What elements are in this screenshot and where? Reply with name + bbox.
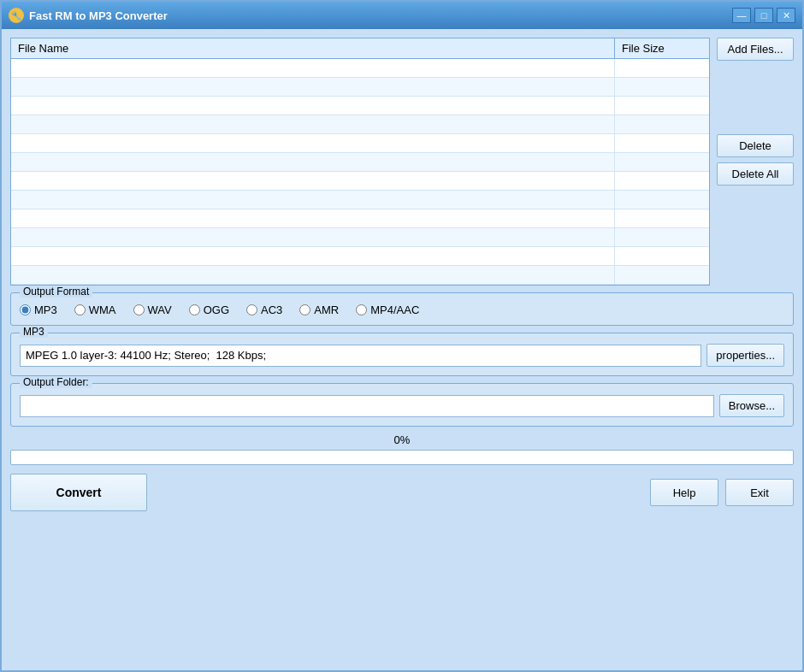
- radio-ac3[interactable]: [246, 304, 257, 315]
- table-row[interactable]: [11, 172, 709, 191]
- progress-percent-label: 0%: [394, 433, 411, 446]
- progress-section: 0%: [10, 433, 794, 465]
- format-ac3[interactable]: AC3: [246, 304, 282, 316]
- file-list-header: File Name File Size: [11, 38, 709, 59]
- table-row[interactable]: [11, 97, 709, 115]
- maximize-button[interactable]: □: [754, 8, 773, 23]
- format-ogg[interactable]: OGG: [189, 304, 229, 316]
- main-window: 🔧 Fast RM to MP3 Converter — □ ✕ File Na…: [0, 0, 804, 672]
- table-row[interactable]: [11, 134, 709, 153]
- column-filesize: File Size: [615, 38, 709, 58]
- table-row[interactable]: [11, 247, 709, 266]
- radio-amr[interactable]: [299, 304, 310, 315]
- table-row[interactable]: [11, 78, 709, 97]
- delete-button[interactable]: Delete: [717, 134, 794, 157]
- table-row[interactable]: [11, 191, 709, 209]
- title-bar: 🔧 Fast RM to MP3 Converter — □ ✕: [2, 2, 802, 29]
- mp3-group: MP3 properties...: [10, 333, 794, 376]
- format-mp4aac[interactable]: MP4/AAC: [356, 304, 419, 316]
- browse-button[interactable]: Browse...: [719, 394, 784, 417]
- main-content: File Name File Size: [2, 29, 802, 670]
- table-row[interactable]: [11, 153, 709, 172]
- help-button[interactable]: Help: [650, 479, 718, 506]
- radio-mp4aac[interactable]: [356, 304, 367, 315]
- mp3-info-field: [20, 345, 701, 367]
- table-row[interactable]: [11, 59, 709, 78]
- convert-button[interactable]: Convert: [10, 474, 147, 511]
- radio-wav[interactable]: [133, 304, 145, 315]
- add-files-button[interactable]: Add Files...: [717, 38, 794, 61]
- exit-button[interactable]: Exit: [725, 479, 794, 506]
- format-amr[interactable]: AMR: [299, 304, 339, 316]
- file-section: File Name File Size: [10, 38, 794, 286]
- minimize-button[interactable]: —: [732, 8, 751, 23]
- window-controls: — □ ✕: [732, 8, 795, 23]
- output-folder-group: Output Folder: Browse...: [10, 383, 794, 427]
- window-title: Fast RM to MP3 Converter: [29, 9, 732, 22]
- file-list: File Name File Size: [10, 38, 710, 286]
- table-row[interactable]: [11, 266, 709, 285]
- format-options-row: MP3 WMA WAV OGG AC3 AMR MP: [20, 304, 784, 316]
- format-wma[interactable]: WMA: [74, 304, 116, 316]
- file-rows[interactable]: [11, 59, 709, 285]
- radio-mp3[interactable]: [20, 304, 31, 315]
- mp3-label: MP3: [20, 326, 48, 338]
- output-format-label: Output Format: [20, 286, 92, 298]
- folder-row: Browse...: [20, 394, 784, 417]
- radio-ogg[interactable]: [189, 304, 200, 315]
- file-buttons: Add Files... Delete Delete All: [717, 38, 794, 286]
- radio-wma[interactable]: [74, 304, 86, 315]
- output-format-group: Output Format MP3 WMA WAV OGG AC3: [10, 292, 794, 326]
- column-filename: File Name: [11, 38, 615, 58]
- table-row[interactable]: [11, 228, 709, 247]
- format-wav[interactable]: WAV: [133, 304, 172, 316]
- mp3-row: properties...: [20, 344, 784, 367]
- bottom-row: Convert Help Exit: [10, 474, 794, 511]
- format-mp3[interactable]: MP3: [20, 304, 57, 316]
- table-row[interactable]: [11, 115, 709, 134]
- progress-bar-container: [10, 450, 794, 465]
- output-folder-label: Output Folder:: [20, 376, 92, 388]
- delete-all-button[interactable]: Delete All: [717, 162, 794, 186]
- app-icon: 🔧: [9, 8, 24, 23]
- folder-input[interactable]: [20, 395, 714, 417]
- properties-button[interactable]: properties...: [706, 344, 784, 367]
- table-row[interactable]: [11, 209, 709, 228]
- close-button[interactable]: ✕: [777, 8, 795, 23]
